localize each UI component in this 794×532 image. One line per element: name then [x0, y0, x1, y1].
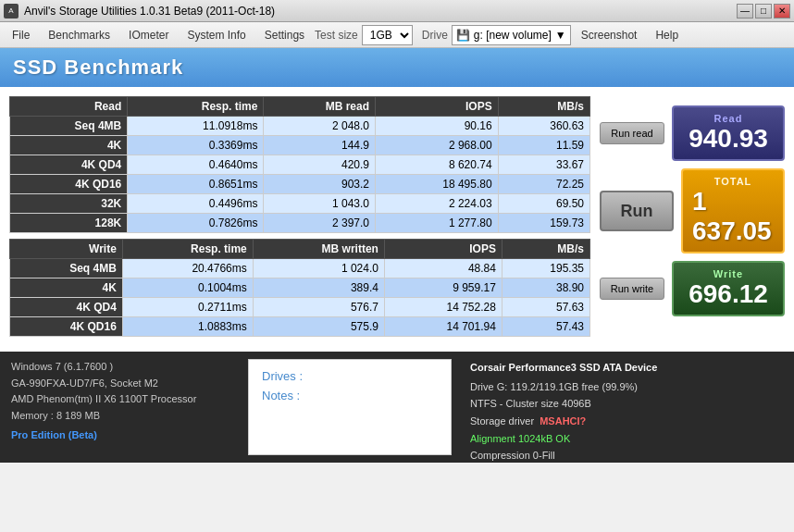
- bottom-area: Windows 7 (6.1.7600 ) GA-990FXA-UD7/F6, …: [0, 352, 794, 463]
- read-row-label: 4K: [10, 136, 128, 155]
- write-cell: 575.9: [253, 317, 384, 337]
- read-row-label: 128K: [10, 214, 128, 233]
- read-cell: 2 224.03: [376, 194, 499, 214]
- drive-dropdown-icon: ▼: [555, 29, 566, 42]
- test-size-select[interactable]: 1GB: [362, 25, 413, 45]
- system-info-panel: Windows 7 (6.1.7600 ) GA-990FXA-UD7/F6, …: [0, 352, 241, 463]
- read-cell: 420.9: [264, 155, 376, 175]
- total-score-box: TOTAL 1 637.05: [681, 168, 785, 254]
- device-line3: Storage driver MSAHCI?: [470, 413, 783, 430]
- close-button[interactable]: ✕: [774, 4, 790, 19]
- menu-screenshot[interactable]: Screenshot: [573, 25, 646, 45]
- read-table-row: 4K QD160.8651ms903.218 495.8072.25: [10, 175, 590, 194]
- read-col-header: Read: [10, 97, 128, 117]
- window-controls[interactable]: — □ ✕: [737, 4, 790, 19]
- read-cell: 1 277.80: [376, 214, 499, 233]
- read-cell: 0.8651ms: [128, 175, 264, 194]
- iops-col-header: IOPS: [376, 97, 499, 117]
- menu-settings[interactable]: Settings: [256, 25, 313, 45]
- menu-system-info[interactable]: System Info: [179, 25, 254, 45]
- read-cell: 18 495.80: [376, 175, 499, 194]
- read-cell: 903.2: [264, 175, 376, 194]
- drive-group: Drive 💾 g: [new volume] ▼: [422, 25, 571, 45]
- write-cell: 57.43: [502, 317, 589, 337]
- mb-written-col-header: MB written: [253, 240, 384, 259]
- read-cell: 0.4640ms: [128, 155, 264, 175]
- read-cell: 0.7826ms: [128, 214, 264, 233]
- run-read-button[interactable]: Run read: [600, 122, 664, 144]
- write-cell: 389.4: [253, 278, 384, 298]
- cpu-info: AMD Phenom(tm) II X6 1100T Processor: [11, 391, 230, 408]
- read-row-label: 4K QD4: [10, 155, 128, 175]
- menu-help[interactable]: Help: [647, 25, 687, 45]
- run-write-button[interactable]: Run write: [600, 278, 664, 300]
- app-icon: A: [4, 4, 19, 19]
- write-row-label: 4K QD4: [10, 298, 123, 317]
- read-row-label: 32K: [10, 194, 128, 214]
- benchmark-area: Read Resp. time MB read IOPS MB/s Seq 4M…: [0, 87, 794, 352]
- write-cell: 195.35: [502, 259, 589, 278]
- write-row-label: Seq 4MB: [10, 259, 123, 278]
- write-cell: 14 752.28: [384, 298, 502, 317]
- write-col-header: Write: [10, 240, 123, 259]
- read-table-row: Seq 4MB11.0918ms2 048.090.16360.63: [10, 117, 590, 136]
- drives-notes-panel: Drives : Notes :: [248, 359, 452, 455]
- read-cell: 8 620.74: [376, 155, 499, 175]
- write-cell: 1.0883ms: [122, 317, 253, 337]
- write-table: Write Resp. time MB written IOPS MB/s Se…: [9, 239, 590, 337]
- menubar: File Benchmarks IOmeter System Info Sett…: [0, 22, 794, 48]
- write-cell: 14 701.94: [384, 317, 502, 337]
- read-cell: 69.50: [498, 194, 589, 214]
- read-cell: 360.63: [498, 117, 589, 136]
- write-score-label: Write: [713, 268, 743, 279]
- read-score-box: Read 940.93: [672, 105, 785, 161]
- restore-button[interactable]: □: [755, 4, 772, 19]
- mbs-col-header: MB/s: [498, 97, 589, 117]
- read-row-label: 4K QD16: [10, 175, 128, 194]
- read-table-row: 128K0.7826ms2 397.01 277.80159.73: [10, 214, 590, 233]
- motherboard-info: GA-990FXA-UD7/F6, Socket M2: [11, 376, 230, 392]
- total-score-value: 1 637.05: [692, 187, 774, 246]
- drive-selector[interactable]: 💾 g: [new volume] ▼: [452, 25, 571, 45]
- read-row-label: Seq 4MB: [10, 117, 128, 136]
- write-table-row: 4K QD161.0883ms575.914 701.9457.43: [10, 317, 590, 337]
- device-line4: Alignment 1024kB OK: [470, 430, 783, 448]
- menu-benchmarks[interactable]: Benchmarks: [40, 25, 118, 45]
- write-cell: 0.1004ms: [122, 278, 253, 298]
- drive-label: Drive: [422, 29, 448, 42]
- menu-file[interactable]: File: [4, 25, 38, 45]
- page-title: SSD Benchmark: [0, 48, 794, 87]
- write-cell: 9 959.17: [384, 278, 502, 298]
- write-cell: 20.4766ms: [122, 259, 253, 278]
- read-cell: 2 397.0: [264, 214, 376, 233]
- run-button[interactable]: Run: [600, 191, 674, 231]
- write-resp-time-col-header: Resp. time: [122, 240, 253, 259]
- read-cell: 90.16: [376, 117, 499, 136]
- minimize-button[interactable]: —: [737, 4, 753, 19]
- write-table-row: Seq 4MB20.4766ms1 024.048.84195.35: [10, 259, 590, 278]
- read-cell: 0.4496ms: [128, 194, 264, 214]
- device-title: Corsair Performance3 SSD ATA Device: [470, 359, 783, 377]
- write-cell: 38.90: [502, 278, 589, 298]
- write-score-value: 696.12: [689, 279, 768, 309]
- menu-iometer[interactable]: IOmeter: [120, 25, 177, 45]
- read-cell: 159.73: [498, 214, 589, 233]
- titlebar: A Anvil's Storage Utilities 1.0.31 Beta9…: [0, 0, 794, 22]
- os-info: Windows 7 (6.1.7600 ): [11, 359, 230, 376]
- read-cell: 33.67: [498, 155, 589, 175]
- write-cell: 576.7: [253, 298, 384, 317]
- read-cell: 2 968.00: [376, 136, 499, 155]
- mb-read-col-header: MB read: [264, 97, 376, 117]
- read-cell: 1 043.0: [264, 194, 376, 214]
- write-mbs-col-header: MB/s: [502, 240, 589, 259]
- read-cell: 11.0918ms: [128, 117, 264, 136]
- device-line5: Compression 0-Fill: [470, 447, 783, 464]
- write-cell: 48.84: [384, 259, 502, 278]
- test-size-group: Test size 1GB: [315, 25, 413, 45]
- msahci-label: MSAHCI?: [540, 415, 586, 427]
- memory-info: Memory : 8 189 MB: [11, 408, 230, 425]
- alignment-label: Alignment 1024kB OK: [470, 433, 570, 444]
- device-info-panel: Corsair Performance3 SSD ATA Device Driv…: [459, 352, 794, 463]
- drives-label: Drives :: [262, 369, 438, 383]
- read-cell: 11.59: [498, 136, 589, 155]
